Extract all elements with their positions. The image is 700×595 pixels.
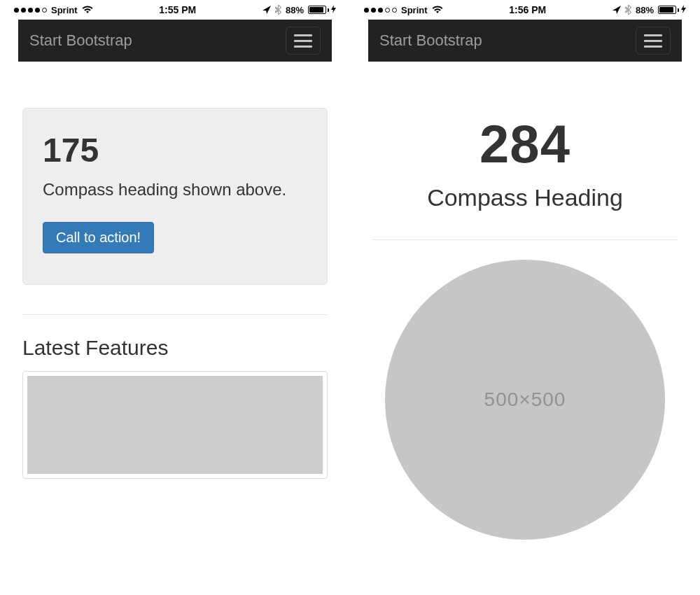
battery-pct-label: 88%: [636, 5, 654, 15]
navbar-brand[interactable]: Start Bootstrap: [379, 31, 482, 50]
navbar-brand[interactable]: Start Bootstrap: [29, 31, 132, 50]
hamburger-icon: [294, 34, 312, 36]
wifi-icon: [82, 6, 93, 14]
divider: [22, 314, 328, 315]
feature-thumbnail[interactable]: [22, 371, 328, 479]
battery-icon: [308, 5, 336, 15]
placeholder-image: [27, 376, 323, 474]
phone-left: Sprint 1:55 PM 88%: [7, 0, 343, 595]
signal-dots-icon: [364, 8, 397, 13]
phone-right: Sprint 1:56 PM 88%: [357, 0, 693, 595]
menu-toggle-button[interactable]: [636, 27, 671, 55]
status-bar: Sprint 1:56 PM 88%: [357, 0, 693, 20]
latest-features-heading: Latest Features: [22, 336, 328, 360]
placeholder-dimensions-label: 500×500: [484, 388, 566, 411]
call-to-action-button[interactable]: Call to action!: [43, 222, 154, 253]
status-bar: Sprint 1:55 PM 88%: [7, 0, 343, 20]
compass-heading-description: Compass heading shown above.: [43, 178, 307, 202]
compass-heading-value: 284: [372, 113, 678, 174]
battery-icon: [658, 5, 686, 15]
carrier-label: Sprint: [401, 5, 428, 15]
clock-label: 1:55 PM: [159, 4, 196, 15]
navbar: Start Bootstrap: [368, 20, 682, 62]
menu-toggle-button[interactable]: [286, 27, 321, 55]
clock-label: 1:56 PM: [509, 4, 546, 15]
location-arrow-icon: [262, 6, 271, 14]
placeholder-circle-image: 500×500: [385, 260, 665, 540]
compass-heading-value: 175: [43, 131, 307, 169]
navbar: Start Bootstrap: [18, 20, 332, 62]
signal-dots-icon: [14, 8, 47, 13]
wifi-icon: [432, 6, 443, 14]
heading-well: 175 Compass heading shown above. Call to…: [22, 108, 328, 285]
divider: [372, 239, 678, 240]
battery-pct-label: 88%: [286, 5, 304, 15]
location-arrow-icon: [612, 6, 621, 14]
bluetooth-icon: [625, 5, 631, 15]
carrier-label: Sprint: [51, 5, 78, 15]
compass-heading-caption: Compass Heading: [372, 184, 678, 211]
hamburger-icon: [644, 34, 662, 36]
bluetooth-icon: [275, 5, 281, 15]
